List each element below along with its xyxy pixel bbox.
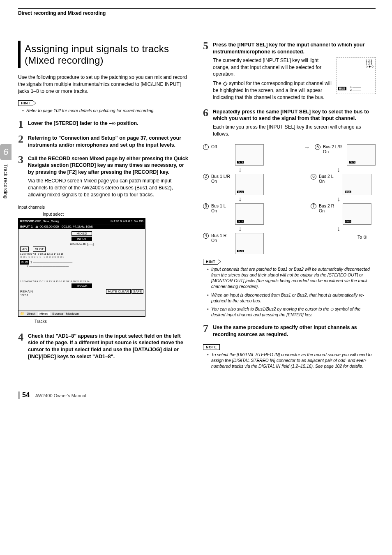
bus-chip: BUS xyxy=(345,220,351,223)
bus-mini-figure: BUS xyxy=(235,174,264,195)
sh-subtitle: INPUT 1 xyxy=(20,225,33,228)
step-number: 1 xyxy=(18,119,28,130)
sh-track: TRACK xyxy=(71,283,92,288)
sh-tab-mixed: Mixed xyxy=(38,312,50,315)
diamond-icon xyxy=(223,81,227,86)
page-footer: 54 AW2400 Owner's Manual xyxy=(18,391,376,399)
sh-tempo: J=120.0 4/4 xyxy=(110,219,127,223)
bus-chip: BUS xyxy=(349,161,355,164)
down-arrow-icon: ↓ xyxy=(203,166,277,173)
step-number: 6 xyxy=(203,108,213,118)
step-number: 5 xyxy=(203,41,213,51)
circled-6: 6 xyxy=(311,174,316,180)
sh-timecode: 00:00:00.000 xyxy=(40,225,59,228)
bus-mini-figure: BUS xyxy=(235,203,264,225)
down-arrow-icon: ↓ xyxy=(203,226,277,232)
sh-mute-clear: MUTE CLEAR xyxy=(106,289,131,294)
section-title-box: Assigning input signals to tracks (Mixed… xyxy=(18,41,191,68)
step-heading: Check that "AD1–8" appears in the input … xyxy=(28,333,191,361)
bus-state-label: Bus 1 R On xyxy=(211,233,233,243)
step-number: 7 xyxy=(203,323,213,334)
step-heading: Referring to "Connection and Setup" on p… xyxy=(28,135,191,149)
hint-box-bottom: HINT Input channels that are patched to … xyxy=(203,258,376,318)
figure-label-tracks: Tracks xyxy=(35,319,191,324)
hint-tag: HINT xyxy=(203,259,218,265)
step-heading: Press the [INPUT SEL] key for the input … xyxy=(213,41,376,55)
bus-state-label: Bus 2 R On xyxy=(319,203,340,214)
note-tag: NOTE xyxy=(203,344,220,350)
down-arrow-icon: ↓ xyxy=(203,196,277,203)
step-heading: Use the same procedure to specify other … xyxy=(213,324,376,338)
sh-digital-in: DIGITAL IN xyxy=(70,242,86,246)
intro-paragraph: Use the following procedure to set up th… xyxy=(18,74,191,94)
circled-3: 3 xyxy=(203,203,209,209)
circled-5: 5 xyxy=(315,144,321,150)
bus-mini-figure: BUS xyxy=(343,203,371,225)
step-heading: Call the RECORD screen Mixed page by eit… xyxy=(28,155,191,176)
sh-input-label: INPUT xyxy=(71,237,92,241)
step-heading: Lower the [STEREO] fader to the –∞ posit… xyxy=(28,120,191,127)
step-4: 4 Check that "AD1–8" appears in the inpu… xyxy=(18,332,191,362)
step-paragraph: Each time you press the [INPUT SEL] key … xyxy=(213,124,376,138)
circled-7: 7 xyxy=(311,203,316,209)
bus-state-label: Off xyxy=(211,144,233,150)
left-column: Assigning input signals to tracks (Mixed… xyxy=(18,41,191,375)
bus-diagram-inline: 1 2 31 2 3◇ ◆ ◇ BUS 1 ———2 ——— xyxy=(337,57,376,94)
hint-item: Refer to page 102 for more details on pa… xyxy=(22,108,191,113)
sh-mixed-label: MIXED xyxy=(71,231,92,236)
bus-chip: BUS xyxy=(237,191,244,193)
sh-safe: SAFE xyxy=(131,289,143,294)
sh-tab-direct: Direct xyxy=(27,312,35,315)
down-arrow-icon: ↓ xyxy=(302,226,376,232)
note-item: To select the [DIGITAL STEREO IN] connec… xyxy=(207,352,376,369)
sh-rate: 001.01 44.1kHz 16bit xyxy=(62,225,93,228)
step-5: 5 Press the [INPUT SEL] key for the inpu… xyxy=(203,41,376,104)
circled-1: 1 xyxy=(203,144,209,150)
step-2: 2 Referring to "Connection and Setup" on… xyxy=(18,134,191,150)
bus-chip: BUS xyxy=(237,161,244,164)
chapter-number: 6 xyxy=(0,144,12,160)
sh-ad: AD xyxy=(20,246,29,252)
chapter-title: Track recording xyxy=(3,164,8,199)
hint-tag: HINT xyxy=(18,100,33,106)
step-heading: Repeatedly press the same [INPUT SEL] ke… xyxy=(213,108,376,122)
figure-label-input-select: Input select xyxy=(43,212,191,216)
record-screen-figure: RECORD 002_New_Song J=120.0 4/4 0.1 No D… xyxy=(18,218,145,317)
bus-state-label: Bus 2 L/R On xyxy=(323,144,344,154)
note-box: NOTE To select the [DIGITAL STEREO IN] c… xyxy=(203,344,376,369)
bus-state-label: Bus 2 L On xyxy=(319,174,340,184)
bus-chip: BUS xyxy=(345,191,351,193)
sh-title: RECORD xyxy=(20,219,35,223)
step-1: 1 Lower the [STEREO] fader to the –∞ pos… xyxy=(18,119,191,130)
circled-2: 2 xyxy=(203,174,209,180)
bus-mini-figure: BUS xyxy=(235,144,264,166)
sh-remain-val: 13:31 xyxy=(20,293,28,297)
hint-box-top: HINT Refer to page 102 for more details … xyxy=(18,100,191,113)
hint-item: Input channels that are patched to Bus1 … xyxy=(207,266,376,290)
step-paragraph: Via the RECORD screen Mixed page you can… xyxy=(28,177,191,198)
hint-item: You can also switch to Bus1/Bus2 by movi… xyxy=(207,306,376,318)
sh-remain: REMAIN xyxy=(20,290,33,293)
sh-slot: SLOT xyxy=(33,246,46,252)
to-one-label: To ① xyxy=(302,235,376,240)
manual-title: AW2400 Owner's Manual xyxy=(35,393,86,398)
sh-bus: BUS xyxy=(20,260,29,265)
step-3: 3 Call the RECORD screen Mixed page by e… xyxy=(18,154,191,201)
hint-item: When an input is disconnected from Bus1 … xyxy=(207,292,376,304)
page-number: 54 xyxy=(18,391,30,399)
right-column: 5 Press the [INPUT SEL] key for the inpu… xyxy=(203,41,376,375)
step-number: 4 xyxy=(18,332,28,343)
step-6: 6 Repeatedly press the same [INPUT SEL] … xyxy=(203,108,376,140)
step-number: 2 xyxy=(18,134,28,145)
down-arrow-icon: ↓ xyxy=(302,196,376,203)
step-7: 7 Use the same procedure to specify othe… xyxy=(203,323,376,340)
down-arrow-icon: ↓ xyxy=(302,166,376,173)
bus-mini-figure: BUS xyxy=(343,174,371,195)
sh-tab-bounce: Bounce xyxy=(52,312,63,315)
bus-state-label: Bus 1 L On xyxy=(211,203,233,214)
section-title: Assigning input signals to tracks (Mixed… xyxy=(25,43,187,66)
running-head: Direct recording and Mixed recording xyxy=(18,10,376,16)
bus-mini-figure: BUS xyxy=(347,144,376,166)
sh-song: 002_New_Song xyxy=(35,219,59,223)
bus-chip: BUS xyxy=(237,250,244,252)
